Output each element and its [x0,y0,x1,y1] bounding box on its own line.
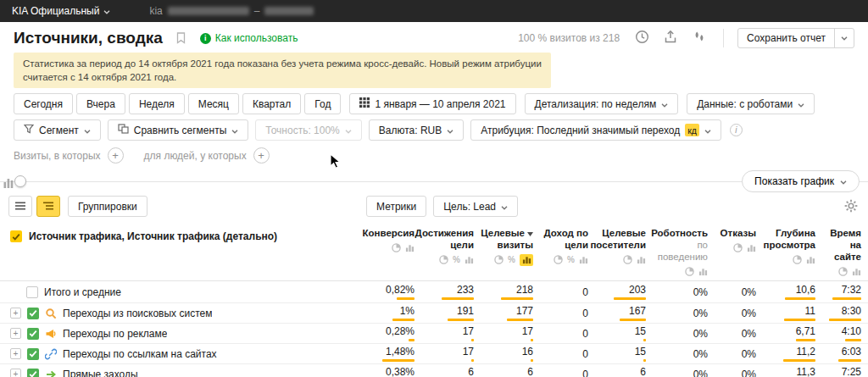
list-view-toggle[interactable] [8,196,32,217]
metric-value: 7:32 [842,285,861,295]
metric-value: 6:03 [842,347,861,357]
chevron-down-icon [704,125,711,136]
attribution-dropdown[interactable]: Атрибуция: Последний значимый переход кд [470,119,721,141]
pie-chart-icon[interactable] [494,255,504,264]
pie-chart-icon[interactable] [733,243,743,252]
bar-chart-icon[interactable] [747,243,756,252]
column-header-5[interactable]: Роботностьпо поведению [653,227,715,278]
pie-chart-icon[interactable] [439,255,448,264]
select-all-checkbox[interactable] [10,230,22,242]
pie-chart-icon[interactable] [554,255,563,264]
column-header-2[interactable]: Целевые визиты% [481,227,540,266]
history-button[interactable] [632,28,652,48]
currency-dropdown[interactable]: Валюта: RUB [369,119,464,141]
show-chart-button[interactable]: Показать график [742,170,860,192]
bar-chart-active-icon[interactable] [520,254,533,266]
bookmark-icon[interactable] [171,28,192,48]
data-mode-dropdown[interactable]: Данные: с роботами [687,93,815,114]
period-button-5[interactable]: Год [304,93,341,114]
totals-checkbox[interactable] [26,286,38,298]
how-to-use-link[interactable]: i Как использовать [200,32,298,44]
counter-info[interactable]: kia – [149,5,314,17]
bar-chart-icon[interactable] [405,243,415,252]
table-row[interactable]: +Переходы из поисковых систем1%191177016… [0,302,868,323]
metrics-button[interactable]: Метрики [366,196,426,217]
totals-label: Итого и средние [44,286,121,298]
bar-chart-icon[interactable] [579,255,588,264]
pie-chart-icon[interactable] [838,267,848,276]
value-bar [442,297,474,300]
chart-toggle-icon[interactable] [3,176,14,191]
search-icon [45,308,57,319]
period-button-3[interactable]: Месяц [188,93,239,114]
row-checkbox[interactable] [27,328,39,340]
value-bar [507,319,533,321]
metric-value: 0 [582,329,588,339]
date-range-button[interactable]: 1 января — 10 апреля 2021 [349,93,515,114]
chevron-down-icon [84,125,91,136]
expand-button[interactable]: + [10,308,21,319]
metric-value: 4:10 [842,326,861,336]
attribution-info-icon[interactable]: i [730,124,743,136]
segment-button[interactable]: Сегмент [14,119,101,141]
column-header-4[interactable]: Целевыепосетители [595,227,653,266]
period-button-1[interactable]: Вчера [76,93,125,114]
detalization-dropdown[interactable]: Детализация: по неделям [525,93,679,114]
tree-view-toggle[interactable] [36,196,60,217]
bar-chart-icon[interactable] [637,255,646,264]
period-button-4[interactable]: Квартал [242,93,301,114]
slider-track[interactable] [0,181,868,182]
bar-chart-icon[interactable] [698,267,708,276]
pie-chart-icon[interactable] [392,243,401,252]
goal-dropdown[interactable]: Цель: Lead [433,196,518,217]
percent-icon[interactable]: % [453,255,460,264]
pie-chart-icon[interactable] [685,267,694,276]
expand-button[interactable]: + [10,328,21,339]
row-checkbox[interactable] [27,308,39,319]
table-row[interactable]: +Прямые заходы0,38%66060%0%11,37:25 [0,363,868,377]
expand-button[interactable]: + [10,369,21,377]
table-row[interactable]: +Переходы по ссылкам на сайтах1,48%17160… [0,343,868,363]
export-button[interactable] [660,28,681,48]
period-button-0[interactable]: Сегодня [14,93,73,114]
row-checkbox[interactable] [27,369,39,377]
expand-button[interactable]: + [10,348,21,359]
period-button-2[interactable]: Неделя [129,93,185,114]
metric-cell: 0,82% [364,281,421,302]
row-label[interactable]: Переходы по рекламе [63,328,167,340]
column-header-8[interactable]: Времяна сайте [822,227,868,278]
save-report-button[interactable]: Сохранить отчет [737,28,854,48]
groupings-button[interactable]: Группировки [68,196,147,217]
metric-cell: 17 [481,324,540,343]
settings-gear-icon[interactable] [844,199,858,216]
add-visits-filter-button[interactable]: + [108,147,124,164]
bar-chart-icon[interactable] [852,267,861,276]
metric-value: 0% [693,329,708,339]
column-header-7[interactable]: Глубинапросмотра [763,227,822,266]
slider-handle[interactable] [14,175,26,187]
metric-value: 0 [582,349,588,359]
add-people-filter-button[interactable]: + [253,147,270,164]
pie-chart-icon[interactable] [793,255,802,264]
bar-chart-icon[interactable] [465,255,474,264]
groupings-label: Группировки [78,201,137,213]
accuracy-dropdown[interactable]: Точность: 100% [255,119,361,141]
column-header-1[interactable]: Достиженияцели% [421,227,481,266]
table-row[interactable]: +Переходы по рекламе0,28%17170150%0%6,71… [0,323,868,343]
row-checkbox[interactable] [27,348,39,360]
percent-icon[interactable]: % [567,255,575,264]
row-label[interactable]: Переходы из поисковых систем [63,308,212,319]
account-switcher[interactable]: KIA Официальный [12,5,110,17]
row-label[interactable]: Переходы по ссылкам на сайтах [63,348,217,360]
row-label[interactable]: Прямые заходы [63,369,138,377]
bar-chart-icon[interactable] [806,255,815,264]
compare-segments-button[interactable]: Сравнить сегменты [108,119,249,141]
chevron-down-icon[interactable] [834,29,854,47]
percent-icon[interactable]: % [508,255,515,264]
api-button[interactable] [689,28,709,48]
value-bar [785,297,815,300]
column-header-6[interactable]: Отказы [715,227,763,254]
column-header-3[interactable]: Доход поцели% [540,227,595,266]
pie-chart-icon[interactable] [623,255,632,264]
column-header-0[interactable]: Конверсия [364,227,421,254]
